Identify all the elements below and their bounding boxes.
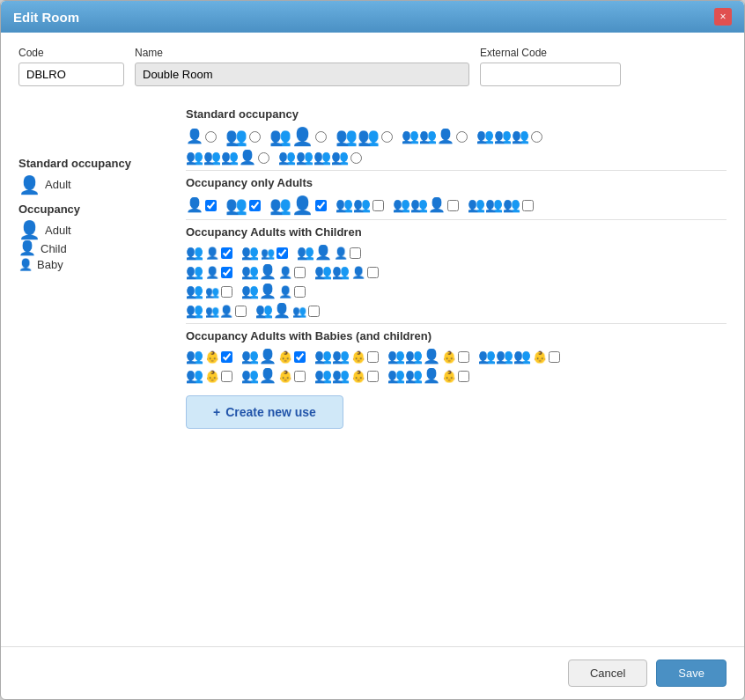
adults-unit-1: 👤 — [186, 198, 217, 212]
ac-cb-3[interactable] — [350, 247, 361, 259]
ac-cb-2[interactable] — [277, 247, 288, 259]
std-occ-radio-4[interactable] — [381, 131, 393, 143]
adults-cb-2[interactable] — [249, 200, 261, 211]
ac-unit-9: 👥 👥👤 — [186, 304, 247, 318]
adults-unit-2: 👥 — [225, 196, 261, 214]
ab-cb-1[interactable] — [221, 351, 232, 363]
std-occ-radio-2[interactable] — [249, 131, 261, 143]
ab-baby-4: 👶 — [442, 351, 456, 363]
std-occ-radio-5[interactable] — [456, 131, 468, 143]
std-occ-unit-3: 👥👤 — [269, 128, 327, 145]
code-input[interactable] — [18, 63, 124, 86]
dialog-body: Code Name External Code Standard occupan… — [1, 33, 744, 646]
sidebar-adult-label: Adult — [45, 178, 71, 191]
ac-child-4: 👤 — [205, 267, 219, 278]
red-persons-8: 👥👥👥👥 — [278, 151, 349, 165]
adults-babies-row1: 👥 👶 👥👤 👶 👥👥 👶 � — [186, 350, 727, 364]
ab-cb-3[interactable] — [367, 351, 379, 363]
adults-cb-3[interactable] — [315, 200, 327, 211]
std-occ-radio-7[interactable] — [258, 152, 269, 164]
adults-children-row1: 👥 👤 👥 👥 👥👤 👤 — [186, 246, 727, 260]
ac-unit-4: 👥 👤 — [186, 265, 232, 279]
cancel-button[interactable]: Cancel — [568, 659, 647, 687]
ac-cb-6[interactable] — [367, 267, 379, 278]
adults-cb-6[interactable] — [522, 200, 534, 211]
divider-1 — [186, 170, 727, 171]
ab-blue-2: 👥👤 — [241, 350, 277, 364]
ac-cb-4[interactable] — [221, 267, 232, 278]
ab-baby-8: 👶 — [351, 371, 365, 382]
ab-cb-9[interactable] — [458, 371, 469, 382]
std-occ-radio-1[interactable] — [205, 131, 217, 143]
ab-cb-4[interactable] — [458, 351, 469, 363]
std-occ-unit-6: 👥👥👥 — [476, 129, 542, 144]
sidebar-child-label: Child — [41, 242, 67, 255]
ac-child-6: 👤 — [351, 267, 365, 278]
red-persons-1: 👤 — [186, 129, 203, 144]
create-new-use-button[interactable]: + Create new use — [186, 395, 343, 429]
ac-blue-6: 👥👥 — [314, 265, 350, 279]
red-persons-3: 👥👤 — [269, 128, 313, 145]
ab-cb-6[interactable] — [221, 371, 232, 382]
ac-unit-1: 👥 👤 — [186, 246, 232, 260]
red-persons-4: 👥👥 — [336, 128, 380, 145]
std-occ-unit-5: 👥👥👤 — [402, 129, 468, 144]
ac-child-2: 👥 — [261, 247, 275, 259]
adults-cb-1[interactable] — [205, 200, 217, 211]
ac-cb-5[interactable] — [294, 267, 306, 278]
close-button[interactable]: × — [714, 8, 732, 26]
ac-cb-9[interactable] — [235, 306, 247, 317]
adults-cb-5[interactable] — [447, 200, 459, 211]
ac-cb-1[interactable] — [221, 247, 232, 259]
ac-unit-6: 👥👥 👤 — [314, 265, 379, 279]
std-occ-unit-7: 👥👥👥👤 — [186, 151, 269, 165]
ac-cb-10[interactable] — [308, 306, 320, 317]
sidebar-baby-item: 👤 Baby — [18, 258, 177, 271]
ac-child-9: 👥👤 — [205, 306, 233, 317]
ab-cb-7[interactable] — [294, 371, 306, 382]
ext-code-input[interactable] — [480, 63, 621, 86]
ext-code-field-group: External Code — [480, 47, 621, 86]
edit-room-dialog: Edit Room × Code Name External Code Stan… — [0, 0, 745, 700]
ab-blue-1: 👥 — [186, 350, 203, 364]
red-persons-5: 👥👥👤 — [402, 129, 454, 144]
ac-unit-3: 👥👤 👤 — [297, 246, 361, 260]
std-occ-unit-1: 👤 — [186, 129, 217, 144]
std-occ-radio-6[interactable] — [531, 131, 542, 143]
ab-unit-8: 👥👥 👶 — [314, 369, 379, 383]
ab-baby-6: 👶 — [205, 371, 219, 382]
ab-blue-5: 👥👥👥 — [478, 350, 531, 364]
adults-children-row3: 👥 👥 👥👤 👤 — [186, 284, 727, 298]
save-button[interactable]: Save — [656, 659, 727, 687]
std-occ-radio-3[interactable] — [315, 131, 327, 143]
ab-unit-7: 👥👤 👶 — [241, 369, 306, 383]
name-input[interactable] — [135, 63, 469, 86]
ac-unit-10: 👥👤 👥 — [255, 304, 320, 318]
divider-2 — [186, 219, 727, 220]
ab-unit-2: 👥👤 👶 — [241, 350, 306, 364]
adults-children-row2: 👥 👤 👥👤 👤 👥👥 👤 — [186, 265, 727, 279]
fields-row: Code Name External Code — [18, 47, 727, 86]
ac-blue-2: 👥 — [241, 246, 259, 260]
dialog-footer: Cancel Save — [1, 646, 744, 699]
ab-blue-4: 👥👥👤 — [387, 350, 440, 364]
code-label: Code — [18, 47, 124, 59]
ab-baby-9: 👶 — [442, 371, 456, 382]
ac-blue-3: 👥👤 — [297, 246, 332, 260]
ac-unit-8: 👥👤 👤 — [241, 284, 306, 298]
blue-persons-3: 👥👤 — [269, 196, 313, 214]
ext-code-label: External Code — [480, 47, 621, 59]
ab-cb-8[interactable] — [367, 371, 379, 382]
ac-cb-7[interactable] — [221, 286, 232, 298]
adults-cb-4[interactable] — [372, 200, 384, 211]
plus-icon: + — [213, 405, 220, 419]
std-occ-radio-8[interactable] — [350, 152, 362, 164]
ab-cb-2[interactable] — [294, 351, 306, 363]
ab-blue-9: 👥👥👤 — [387, 369, 440, 383]
ab-cb-5[interactable] — [549, 351, 560, 363]
ac-blue-10: 👥👤 — [255, 304, 291, 318]
code-field-group: Code — [18, 47, 124, 86]
ac-cb-8[interactable] — [294, 286, 306, 298]
ab-blue-3: 👥👥 — [314, 350, 350, 364]
sidebar-occupancy-title: Occupancy — [18, 203, 177, 217]
